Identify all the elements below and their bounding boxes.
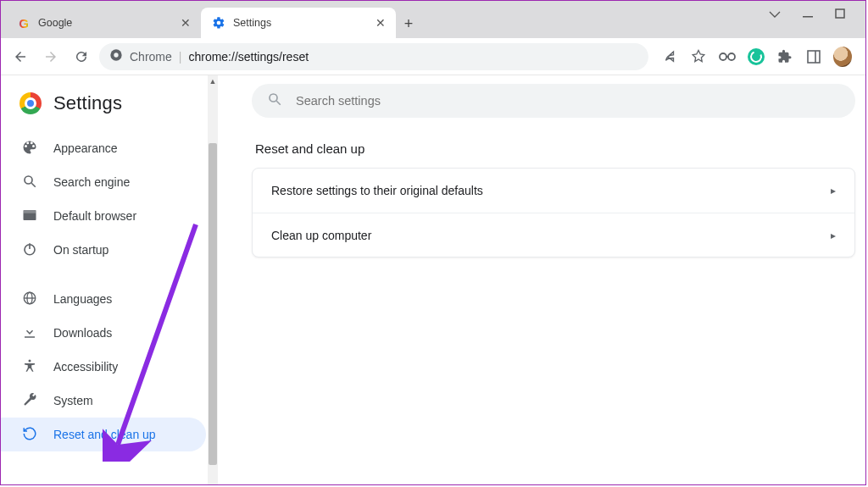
tab-google[interactable]: G Google ✕	[6, 8, 201, 38]
nav-default-browser[interactable]: Default browser	[1, 199, 206, 233]
search-icon	[267, 91, 282, 110]
reset-icon	[21, 426, 38, 444]
nav-languages[interactable]: Languages	[1, 282, 206, 316]
chrome-page-icon	[109, 48, 123, 64]
tab-title: Google	[38, 17, 174, 29]
row-clean-up-computer[interactable]: Clean up computer ▸	[253, 213, 854, 257]
toolbar-right-icons	[654, 47, 859, 66]
google-favicon-icon: G	[16, 15, 31, 30]
search-settings-field[interactable]	[252, 84, 855, 118]
svg-point-4	[720, 53, 726, 60]
window-minimize-icon[interactable]	[803, 7, 813, 22]
settings-sidebar: Settings Appearance Search engine Defaul…	[1, 75, 218, 484]
new-tab-button[interactable]: +	[396, 15, 421, 38]
svg-point-8	[25, 176, 32, 184]
power-icon	[21, 241, 38, 259]
nav-label: System	[53, 394, 93, 407]
palette-icon	[21, 140, 38, 158]
side-panel-icon[interactable]	[804, 47, 823, 66]
search-icon	[21, 174, 38, 191]
nav-label: Accessibility	[53, 360, 118, 374]
url-path: chrome://settings/reset	[188, 50, 309, 64]
nav-accessibility[interactable]: Accessibility	[1, 350, 206, 384]
sidebar-header: Settings	[1, 82, 218, 131]
gear-favicon-icon	[211, 15, 226, 30]
row-label: Restore settings to their original defau…	[271, 184, 483, 197]
svg-rect-11	[24, 210, 36, 213]
link-icon[interactable]	[718, 47, 737, 66]
settings-title: Settings	[53, 92, 122, 114]
settings-content: Settings Appearance Search engine Defaul…	[1, 75, 865, 484]
nav-on-startup[interactable]: On startup	[1, 233, 206, 267]
address-bar[interactable]: Chrome | chrome://settings/reset	[99, 43, 648, 70]
row-label: Clean up computer	[271, 229, 371, 242]
svg-rect-0	[803, 16, 813, 18]
settings-main: Reset and clean up Restore settings to t…	[218, 75, 865, 484]
nav-label: On startup	[53, 243, 108, 257]
svg-point-18	[270, 94, 277, 102]
accessibility-icon	[21, 358, 38, 376]
svg-line-19	[276, 101, 281, 105]
window-dropdown-icon[interactable]	[769, 7, 781, 22]
chevron-right-icon: ▸	[831, 230, 836, 241]
tab-settings[interactable]: Settings ✕	[201, 8, 396, 38]
search-settings-input[interactable]	[296, 94, 840, 108]
scroll-up-arrow-icon[interactable]: ▲	[208, 75, 218, 87]
svg-point-17	[29, 359, 31, 362]
nav-label: Default browser	[53, 209, 136, 223]
window-maximize-icon[interactable]	[835, 7, 845, 22]
reset-cleanup-card: Restore settings to their original defau…	[252, 168, 855, 257]
extensions-puzzle-icon[interactable]	[776, 47, 794, 66]
profile-avatar[interactable]	[833, 47, 852, 66]
grammarly-extension-icon[interactable]	[747, 47, 765, 66]
window-controls	[769, 1, 865, 28]
nav-label: Reset and clean up	[53, 428, 156, 441]
svg-line-9	[31, 183, 36, 187]
chrome-logo-icon	[19, 92, 42, 114]
tab-title: Settings	[233, 17, 369, 29]
nav-label: Downloads	[53, 326, 112, 340]
nav-list: Appearance Search engine Default browser…	[1, 131, 218, 451]
browser-icon	[21, 208, 38, 225]
nav-label: Languages	[53, 292, 112, 306]
nav-label: Search engine	[53, 175, 130, 189]
url-host: Chrome	[130, 50, 172, 64]
globe-icon	[21, 291, 38, 308]
reload-button[interactable]	[69, 44, 94, 69]
tab-close-icon[interactable]: ✕	[181, 16, 191, 30]
tab-close-icon[interactable]: ✕	[376, 16, 386, 30]
bookmark-star-icon[interactable]	[689, 47, 708, 66]
nav-system[interactable]: System	[1, 384, 206, 418]
row-restore-defaults[interactable]: Restore settings to their original defau…	[253, 169, 854, 213]
nav-appearance[interactable]: Appearance	[1, 131, 206, 165]
svg-point-5	[728, 53, 735, 60]
nav-search-engine[interactable]: Search engine	[1, 165, 206, 199]
share-icon[interactable]	[660, 47, 679, 66]
nav-downloads[interactable]: Downloads	[1, 316, 206, 350]
svg-point-3	[114, 53, 118, 57]
browser-toolbar: Chrome | chrome://settings/reset	[1, 38, 865, 75]
nav-label: Appearance	[53, 141, 118, 155]
download-icon	[21, 324, 38, 342]
wrench-icon	[21, 392, 38, 410]
sidebar-scrollbar[interactable]: ▲	[208, 75, 218, 484]
back-button[interactable]	[8, 44, 33, 69]
chevron-right-icon: ▸	[831, 185, 836, 196]
nav-reset-cleanup[interactable]: Reset and clean up	[1, 418, 206, 451]
tab-strip: G Google ✕ Settings ✕ +	[1, 1, 865, 38]
forward-button[interactable]	[38, 44, 64, 69]
svg-rect-6	[808, 51, 820, 63]
svg-rect-1	[836, 9, 844, 18]
scroll-thumb[interactable]	[209, 143, 217, 465]
section-title: Reset and clean up	[255, 141, 855, 156]
